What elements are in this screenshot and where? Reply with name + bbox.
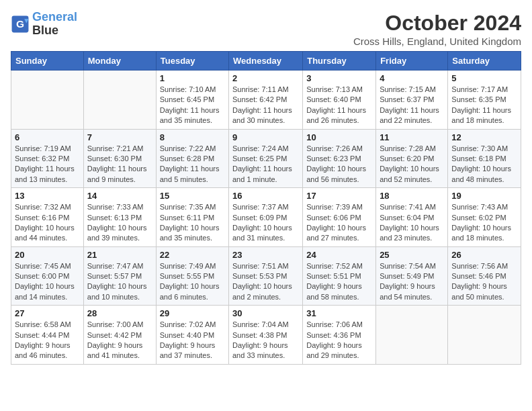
day-info: Sunrise: 7:06 AM Sunset: 4:36 PM Dayligh… [306,320,372,361]
day-number: 23 [232,250,299,260]
day-number: 15 [160,191,225,201]
day-number: 8 [160,132,225,142]
day-number: 9 [232,132,299,142]
calendar-cell: 25Sunrise: 7:54 AM Sunset: 5:49 PM Dayli… [376,246,448,306]
month-title: October 2024 [353,11,521,36]
day-info: Sunrise: 7:32 AM Sunset: 6:16 PM Dayligh… [15,202,80,244]
calendar-cell: 17Sunrise: 7:39 AM Sunset: 6:06 PM Dayli… [303,188,376,247]
day-number: 3 [306,73,372,83]
day-info: Sunrise: 7:54 AM Sunset: 5:49 PM Dayligh… [380,261,444,303]
day-number: 27 [15,308,80,318]
logo-icon: G [11,15,30,34]
day-info: Sunrise: 7:04 AM Sunset: 4:38 PM Dayligh… [232,320,299,361]
calendar-cell: 1Sunrise: 7:10 AM Sunset: 6:45 PM Daylig… [156,71,228,130]
day-info: Sunrise: 7:35 AM Sunset: 6:11 PM Dayligh… [160,202,225,244]
day-number: 26 [451,250,517,260]
calendar-cell: 22Sunrise: 7:49 AM Sunset: 5:55 PM Dayli… [156,246,228,306]
day-info: Sunrise: 7:43 AM Sunset: 6:02 PM Dayligh… [451,202,517,244]
calendar-cell [448,306,521,365]
header-thursday: Thursday [303,52,376,71]
day-info: Sunrise: 7:26 AM Sunset: 6:23 PM Dayligh… [306,144,372,185]
calendar-cell: 2Sunrise: 7:11 AM Sunset: 6:42 PM Daylig… [229,71,303,130]
day-info: Sunrise: 7:00 AM Sunset: 4:42 PM Dayligh… [87,320,152,361]
calendar-cell: 19Sunrise: 7:43 AM Sunset: 6:02 PM Dayli… [448,188,521,247]
day-number: 1 [160,73,225,83]
calendar-cell: 7Sunrise: 7:21 AM Sunset: 6:30 PM Daylig… [83,129,156,188]
header-friday: Friday [376,52,448,71]
logo-name: GeneralBlue [32,11,77,38]
day-info: Sunrise: 7:10 AM Sunset: 6:45 PM Dayligh… [160,85,225,126]
calendar-cell: 24Sunrise: 7:52 AM Sunset: 5:51 PM Dayli… [303,246,376,306]
calendar-cell: 27Sunrise: 6:58 AM Sunset: 4:44 PM Dayli… [11,306,84,365]
calendar-week-2: 6Sunrise: 7:19 AM Sunset: 6:32 PM Daylig… [11,129,521,188]
calendar-cell [376,306,448,365]
day-info: Sunrise: 7:47 AM Sunset: 5:57 PM Dayligh… [87,261,152,303]
day-info: Sunrise: 7:49 AM Sunset: 5:55 PM Dayligh… [160,261,225,303]
day-info: Sunrise: 7:13 AM Sunset: 6:40 PM Dayligh… [306,85,372,126]
day-info: Sunrise: 7:28 AM Sunset: 6:20 PM Dayligh… [380,144,444,185]
header-tuesday: Tuesday [156,52,228,71]
day-number: 18 [380,191,444,201]
calendar-cell: 12Sunrise: 7:30 AM Sunset: 6:18 PM Dayli… [448,129,521,188]
calendar-cell [83,71,156,130]
day-info: Sunrise: 7:41 AM Sunset: 6:04 PM Dayligh… [380,202,444,244]
calendar-week-3: 13Sunrise: 7:32 AM Sunset: 6:16 PM Dayli… [11,188,521,247]
day-info: Sunrise: 7:11 AM Sunset: 6:42 PM Dayligh… [232,85,299,126]
calendar-cell [11,71,84,130]
day-info: Sunrise: 7:22 AM Sunset: 6:28 PM Dayligh… [160,144,225,185]
day-info: Sunrise: 7:33 AM Sunset: 6:13 PM Dayligh… [87,202,152,244]
calendar-cell: 31Sunrise: 7:06 AM Sunset: 4:36 PM Dayli… [303,306,376,365]
day-number: 11 [380,132,444,142]
day-number: 31 [306,308,372,318]
day-number: 10 [306,132,372,142]
calendar-cell: 20Sunrise: 7:45 AM Sunset: 6:00 PM Dayli… [11,246,84,306]
day-number: 16 [232,191,299,201]
day-number: 25 [380,250,444,260]
logo: G GeneralBlue [11,11,77,38]
day-info: Sunrise: 7:21 AM Sunset: 6:30 PM Dayligh… [87,144,152,185]
day-info: Sunrise: 7:30 AM Sunset: 6:18 PM Dayligh… [451,144,517,185]
day-info: Sunrise: 7:45 AM Sunset: 6:00 PM Dayligh… [15,261,80,303]
calendar-cell: 3Sunrise: 7:13 AM Sunset: 6:40 PM Daylig… [303,71,376,130]
calendar-cell: 14Sunrise: 7:33 AM Sunset: 6:13 PM Dayli… [83,188,156,247]
calendar-cell: 23Sunrise: 7:51 AM Sunset: 5:53 PM Dayli… [229,246,303,306]
calendar-cell: 28Sunrise: 7:00 AM Sunset: 4:42 PM Dayli… [83,306,156,365]
calendar-cell: 30Sunrise: 7:04 AM Sunset: 4:38 PM Dayli… [229,306,303,365]
day-info: Sunrise: 7:52 AM Sunset: 5:51 PM Dayligh… [306,261,372,303]
calendar-cell: 21Sunrise: 7:47 AM Sunset: 5:57 PM Dayli… [83,246,156,306]
calendar-cell: 29Sunrise: 7:02 AM Sunset: 4:40 PM Dayli… [156,306,228,365]
day-number: 4 [380,73,444,83]
day-number: 30 [232,308,299,318]
header-saturday: Saturday [448,52,521,71]
calendar-cell: 11Sunrise: 7:28 AM Sunset: 6:20 PM Dayli… [376,129,448,188]
location-title: Cross Hills, England, United Kingdom [353,36,521,47]
day-info: Sunrise: 7:02 AM Sunset: 4:40 PM Dayligh… [160,320,225,361]
calendar-cell: 26Sunrise: 7:56 AM Sunset: 5:46 PM Dayli… [448,246,521,306]
day-number: 22 [160,250,225,260]
day-number: 21 [87,250,152,260]
day-number: 5 [451,73,517,83]
svg-text:G: G [16,17,24,29]
calendar-cell: 4Sunrise: 7:15 AM Sunset: 6:37 PM Daylig… [376,71,448,130]
calendar-cell: 10Sunrise: 7:26 AM Sunset: 6:23 PM Dayli… [303,129,376,188]
day-info: Sunrise: 7:19 AM Sunset: 6:32 PM Dayligh… [15,144,80,185]
calendar-week-1: 1Sunrise: 7:10 AM Sunset: 6:45 PM Daylig… [11,71,521,130]
day-info: Sunrise: 7:37 AM Sunset: 6:09 PM Dayligh… [232,202,299,244]
day-number: 14 [87,191,152,201]
header-wednesday: Wednesday [229,52,303,71]
day-info: Sunrise: 7:39 AM Sunset: 6:06 PM Dayligh… [306,202,372,244]
header: G GeneralBlue October 2024 Cross Hills, … [11,11,521,47]
day-number: 13 [15,191,80,201]
day-info: Sunrise: 7:15 AM Sunset: 6:37 PM Dayligh… [380,85,444,126]
calendar-table: SundayMondayTuesdayWednesdayThursdayFrid… [11,51,521,365]
day-number: 24 [306,250,372,260]
calendar-week-4: 20Sunrise: 7:45 AM Sunset: 6:00 PM Dayli… [11,246,521,306]
calendar-week-5: 27Sunrise: 6:58 AM Sunset: 4:44 PM Dayli… [11,306,521,365]
day-info: Sunrise: 7:17 AM Sunset: 6:35 PM Dayligh… [451,85,517,126]
day-number: 7 [87,132,152,142]
calendar-cell: 8Sunrise: 7:22 AM Sunset: 6:28 PM Daylig… [156,129,228,188]
day-number: 29 [160,308,225,318]
title-block: October 2024 Cross Hills, England, Unite… [353,11,521,47]
calendar-cell: 13Sunrise: 7:32 AM Sunset: 6:16 PM Dayli… [11,188,84,247]
calendar-header-row: SundayMondayTuesdayWednesdayThursdayFrid… [11,52,521,71]
